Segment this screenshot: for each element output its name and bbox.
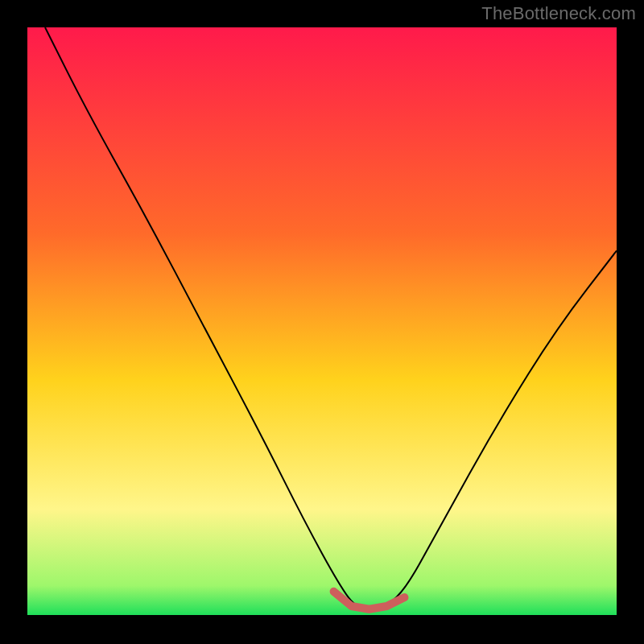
watermark-text: TheBottleneck.com [481,3,636,24]
gradient-background [27,27,617,615]
bottleneck-plot [27,27,617,615]
chart-frame: TheBottleneck.com [0,0,644,644]
plot-svg [27,27,617,615]
